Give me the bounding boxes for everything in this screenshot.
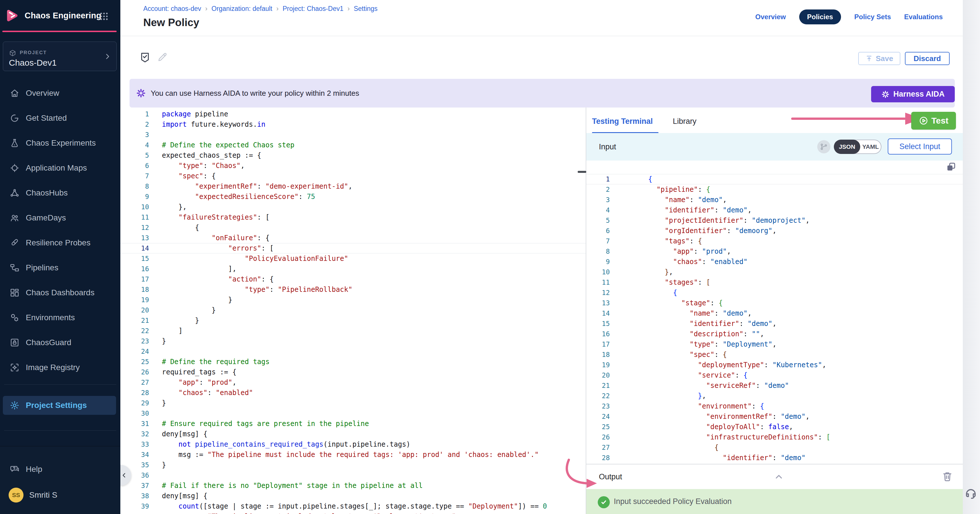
sidebar-item-help[interactable]: Help (0, 460, 120, 479)
tab-testing-terminal[interactable]: Testing Terminal (592, 117, 653, 126)
support-headset-icon[interactable] (964, 486, 978, 500)
code-line[interactable]: 31# Ensure required tags are present in … (120, 419, 586, 429)
policy-code-editor[interactable]: 1package pipeline2import future.keywords… (120, 108, 586, 514)
nav-tab-policy-sets[interactable]: Policy Sets (854, 13, 891, 21)
code-line[interactable]: 1{ (586, 174, 963, 184)
split-drag-handle[interactable] (578, 171, 586, 173)
code-line[interactable]: 3 (120, 130, 586, 140)
code-line[interactable]: 18 "type": "PipelineRollback" (120, 284, 586, 295)
nav-tab-policies[interactable]: Policies (799, 10, 841, 24)
code-line[interactable]: 37# Fail if there is no "Deployment" sta… (120, 481, 586, 491)
sidebar-item-project-settings[interactable]: Project Settings (3, 396, 116, 415)
code-line[interactable]: 13 "onFailure": { (120, 233, 586, 243)
code-line[interactable]: 14 "name": "demo", (586, 308, 963, 318)
code-line[interactable]: 4# Define the expected Chaos step (120, 140, 586, 150)
code-line[interactable]: 1package pipeline (120, 109, 586, 119)
breadcrumb-link[interactable]: Settings (353, 5, 377, 13)
code-line[interactable]: 19 "deploymentType": "Kubernetes", (586, 360, 963, 370)
sidebar-item-resilience-probes[interactable]: Resilience Probes (0, 234, 120, 252)
code-line[interactable]: 3 "name": "demo", (586, 195, 963, 205)
trash-icon[interactable] (942, 471, 953, 482)
harness-logo-icon[interactable] (5, 8, 19, 22)
code-line[interactable]: 28 "identifier": "demo" (586, 453, 963, 463)
code-line[interactable]: 8 "experimentRef": "demo-experiment-id", (120, 181, 586, 191)
input-json-editor[interactable]: 1{2 "pipeline": {3 "name": "demo",4 "ide… (586, 174, 963, 464)
code-line[interactable]: 35} (120, 460, 586, 470)
code-line[interactable]: 17 "type": "Deployment", (586, 339, 963, 349)
sidebar-item-environments[interactable]: Environments (0, 309, 120, 327)
toggle-json[interactable]: JSON (834, 140, 860, 154)
code-line[interactable]: 16 ], (120, 264, 586, 274)
code-line[interactable]: 8 "app": "prod", (586, 246, 963, 256)
sidebar-item-get-started[interactable]: Get Started (0, 109, 120, 127)
sidebar-item-chaos-dashboards[interactable]: Chaos Dashboards (0, 283, 120, 302)
code-line[interactable]: 21 "serviceRef": "demo" (586, 380, 963, 391)
nav-tab-evaluations[interactable]: Evaluations (904, 13, 943, 21)
code-line[interactable]: 33 not pipeline_contains_required_tags(i… (120, 439, 586, 449)
code-line[interactable]: 11 "stages": [ (586, 277, 963, 288)
code-line[interactable]: 36 (120, 470, 586, 481)
code-line[interactable]: 17 "action": { (120, 274, 586, 284)
sidebar-item-chaoshubs[interactable]: ChaosHubs (0, 184, 120, 202)
code-line[interactable]: 24 "environmentRef": "demo", (586, 411, 963, 422)
code-line[interactable]: 28 "chaos": "enabled" (120, 388, 586, 398)
sidebar-item-image-registry[interactable]: Image Registry (0, 358, 120, 377)
code-line[interactable]: 6 "type": "Chaos", (120, 161, 586, 171)
code-line[interactable]: 15 "PolicyEvaluationFailure" (120, 253, 586, 264)
code-line[interactable]: 25# Define the required tags (120, 356, 586, 367)
code-line[interactable]: 7 "spec": { (120, 171, 586, 181)
breadcrumb-link[interactable]: Organization: default (212, 5, 272, 13)
code-line[interactable]: 5 "projectIdentifier": "demoproject", (586, 215, 963, 226)
harness-aida-button[interactable]: Harness AIDA (871, 86, 955, 102)
toggle-yaml[interactable]: YAML (860, 140, 881, 153)
code-line[interactable]: 10 }, (586, 267, 963, 277)
tab-library[interactable]: Library (673, 117, 697, 126)
code-line[interactable]: 10 }, (120, 202, 586, 212)
code-line[interactable]: 9 "chaos": "enabled" (586, 256, 963, 267)
module-switcher-icon[interactable] (99, 11, 109, 21)
sidebar-item-chaosguard[interactable]: ChaosGuard (0, 333, 120, 352)
code-line[interactable]: 22 ] (120, 326, 586, 336)
code-line[interactable]: 27 { (586, 442, 963, 453)
code-line[interactable]: 20 } (120, 305, 586, 315)
avatar[interactable]: SS (9, 488, 24, 503)
code-line[interactable]: 29} (120, 398, 586, 408)
code-line[interactable]: 18 "spec": { (586, 349, 963, 360)
code-line[interactable]: 9 "expectedResilienceScore": 75 (120, 191, 586, 202)
format-toggle[interactable]: JSON YAML (834, 140, 881, 154)
code-line[interactable]: 16 "description": "", (586, 329, 963, 339)
code-line[interactable]: 39 count([stage | stage := input.pipelin… (120, 501, 586, 511)
sidebar-item-pipelines[interactable]: Pipelines (0, 259, 120, 277)
breadcrumb-link[interactable]: Account: chaos-dev (143, 5, 201, 13)
code-line[interactable]: 15 "identifier": "demo", (586, 318, 963, 329)
code-line[interactable]: 38deny[msg] { (120, 491, 586, 501)
chevron-up-icon[interactable] (774, 471, 784, 482)
code-line[interactable]: 21 } (120, 315, 586, 326)
sidebar-item-overview[interactable]: Overview (0, 84, 120, 102)
code-line[interactable]: 40 msg := "The pipeline must include at … (120, 511, 586, 514)
project-selector[interactable]: PROJECT Chaos-Dev1 (3, 41, 117, 71)
code-line[interactable]: 5expected_chaos_step := { (120, 150, 586, 161)
code-line[interactable]: 24 (120, 346, 586, 356)
code-line[interactable]: 26required_tags := { (120, 367, 586, 377)
code-line[interactable]: 26 "infrastructureDefinitions": [ (586, 432, 963, 442)
code-line[interactable]: 23} (120, 336, 586, 346)
code-line[interactable]: 34 msg := "The pipeline must include the… (120, 449, 586, 460)
code-line[interactable]: 22 }, (586, 391, 963, 401)
edit-icon[interactable] (157, 52, 168, 62)
policy-editor-mode-icon[interactable] (139, 51, 151, 64)
user-name[interactable]: Smriti S (29, 488, 57, 503)
sidebar-item-application-maps[interactable]: Application Maps (0, 159, 120, 177)
code-line[interactable]: 12 { (586, 288, 963, 298)
code-line[interactable]: 2import future.keywords.in (120, 119, 586, 130)
code-line[interactable]: 32deny[msg] { (120, 429, 586, 439)
nav-tab-overview[interactable]: Overview (755, 13, 786, 21)
code-line[interactable]: 27 "app": "prod", (120, 377, 586, 388)
code-line[interactable]: 19 } (120, 295, 586, 305)
code-line[interactable]: 30 (120, 408, 586, 419)
code-line[interactable]: 13 "stage": { (586, 298, 963, 308)
code-line[interactable]: 7 "tags": { (586, 236, 963, 246)
code-line[interactable]: 2 "pipeline": { (586, 184, 963, 195)
copy-icon[interactable] (946, 161, 956, 172)
code-line[interactable]: 20 "service": { (586, 370, 963, 380)
